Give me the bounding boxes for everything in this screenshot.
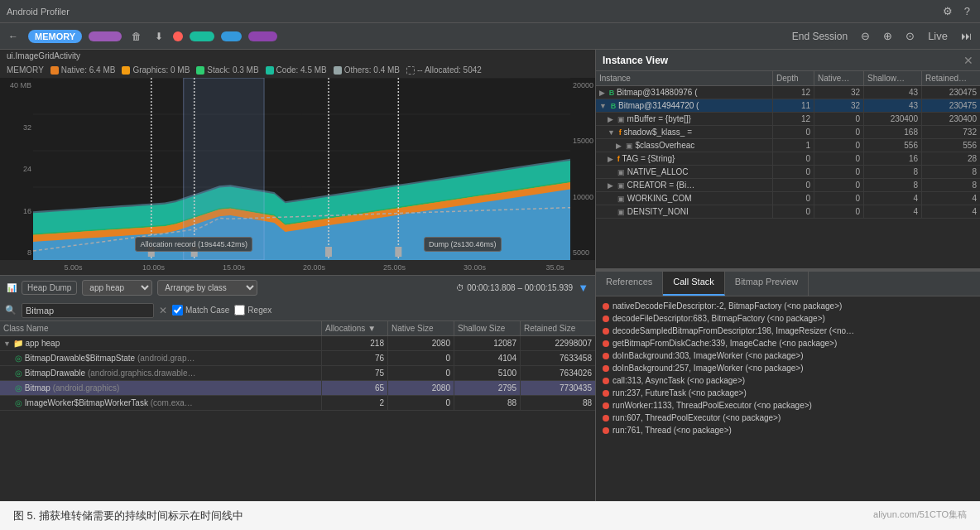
ith-retained[interactable]: Retained… bbox=[922, 71, 980, 85]
save-button[interactable]: ⬇ bbox=[151, 29, 166, 44]
cs-item[interactable]: getBitmapFromDiskCache:339, ImageCache (… bbox=[596, 337, 980, 349]
ith-shallow[interactable]: Shallow… bbox=[864, 71, 922, 85]
depth-cell: 0 bbox=[773, 126, 814, 138]
retained-cell: 556 bbox=[922, 139, 980, 152]
instance-row[interactable]: ▶ ▣ CREATOR = {Bi… 0 0 8 8 bbox=[596, 179, 980, 192]
filter-icon[interactable]: ▼ bbox=[578, 282, 588, 294]
native-cell: 0 bbox=[814, 113, 864, 125]
native-cell: 2080 bbox=[388, 336, 454, 350]
app-title: Android Profiler bbox=[7, 7, 70, 17]
arrange-select[interactable]: Arrange by class Arrange by package Arra… bbox=[157, 280, 257, 296]
plus-icon[interactable]: ⊕ bbox=[880, 28, 896, 44]
heap-icon: 📊 bbox=[7, 283, 17, 292]
field-icon: ▣ bbox=[608, 208, 625, 216]
match-case-checkbox[interactable] bbox=[172, 305, 183, 316]
cs-item[interactable]: runWorker:1133, ThreadPoolExecutor (<no … bbox=[596, 399, 980, 412]
sync-icon[interactable]: ⊙ bbox=[902, 28, 918, 44]
instance-name-cell: ▶ B Bitmap@314880976 ( bbox=[596, 86, 773, 99]
table-header: Class Name Allocations ▼ Native Size Sha… bbox=[0, 321, 595, 336]
chart-container[interactable]: 40 MB 32 24 16 8 20000 15000 10000 5000 … bbox=[0, 78, 595, 260]
instance-row[interactable]: ▼ f shadow$_klass_ = 0 0 168 732 bbox=[596, 126, 980, 139]
field-icon: ▣ bbox=[617, 181, 625, 190]
retained-cell: 8 bbox=[922, 166, 980, 178]
tab-bitmap-preview[interactable]: Bitmap Preview bbox=[725, 272, 809, 296]
cs-item[interactable]: doInBackground:303, ImageWorker (<no pac… bbox=[596, 349, 980, 362]
retained-cell: 7634026 bbox=[521, 366, 595, 380]
cs-item[interactable]: run:237, FutureTask (<no package>) bbox=[596, 387, 980, 399]
regex-checkbox[interactable] bbox=[234, 305, 245, 316]
retained-cell: 230475 bbox=[922, 86, 980, 99]
cs-item[interactable]: run:607, ThreadPoolExecutor (<no package… bbox=[596, 412, 980, 424]
panel-title: Instance View bbox=[603, 55, 668, 66]
native-cell: 0 bbox=[814, 192, 864, 205]
cs-item[interactable]: run:761, Thread (<no package>) bbox=[596, 424, 980, 436]
heap-dump-button[interactable]: Heap Dump bbox=[22, 281, 77, 295]
cs-dot bbox=[603, 353, 609, 359]
depth-cell: 12 bbox=[773, 113, 814, 125]
shallow-cell: 4 bbox=[864, 205, 922, 218]
th-shallow[interactable]: Shallow Size bbox=[454, 321, 521, 335]
cs-dot bbox=[603, 390, 609, 397]
instance-row[interactable]: ▶ ▣ mBuffer = {byte[]} 12 0 230400 23040… bbox=[596, 113, 980, 126]
retained-cell: 732 bbox=[922, 126, 980, 138]
tab-references[interactable]: References bbox=[596, 272, 663, 296]
time-20s: 20.00s bbox=[274, 263, 354, 272]
chart-legend: MEMORY Native: 6.4 MB Graphics: 0 MB Sta… bbox=[0, 62, 595, 78]
help-icon[interactable]: ? bbox=[961, 3, 973, 19]
cs-item[interactable]: doInBackground:257, ImageWorker (<no pac… bbox=[596, 362, 980, 374]
cs-item[interactable]: nativeDecodeFileDescriptor:-2, BitmapFac… bbox=[596, 300, 980, 312]
table-row[interactable]: ▼ 📁 app heap 218 2080 12087 22998007 bbox=[0, 336, 595, 351]
table-row[interactable]: ◎ BitmapDrawable$BitmapState (android.gr… bbox=[0, 351, 595, 366]
end-session-button[interactable]: End Session bbox=[789, 29, 851, 44]
time-5s: 5.00s bbox=[33, 263, 113, 272]
instance-row[interactable]: ▶ f TAG = {String} 0 0 16 28 bbox=[596, 152, 980, 166]
record-dot[interactable] bbox=[173, 31, 183, 41]
instance-row[interactable]: ▣ WORKING_COM 0 0 4 4 bbox=[596, 192, 980, 205]
regex-label[interactable]: Regex bbox=[234, 305, 271, 316]
native-cell: 0 bbox=[814, 126, 864, 138]
native-cell: 32 bbox=[814, 86, 864, 99]
table-row-selected[interactable]: ◎ Bitmap (android.graphics) 65 2080 2795… bbox=[0, 381, 595, 396]
table-row[interactable]: ◎ ImageWorker$BitmapWorkerTask (com.exa…… bbox=[0, 396, 595, 411]
th-retained[interactable]: Retained Size bbox=[521, 321, 595, 335]
field-icon: ▣ bbox=[617, 115, 625, 123]
tab-callstack[interactable]: Call Stack bbox=[663, 272, 725, 296]
cs-item[interactable]: decodeFileDescriptor:683, BitmapFactory … bbox=[596, 312, 980, 325]
instance-row[interactable]: ▶ ▣ $classOverheac 1 0 556 556 bbox=[596, 139, 980, 152]
skip-end-icon[interactable]: ⏭ bbox=[958, 28, 975, 44]
native-cell: 0 bbox=[388, 351, 454, 365]
clear-search-button[interactable]: ✕ bbox=[159, 305, 167, 316]
delete-button[interactable]: 🗑 bbox=[128, 29, 145, 44]
ith-depth[interactable]: Depth bbox=[773, 71, 814, 85]
back-button[interactable]: ← bbox=[5, 29, 22, 44]
instance-row-selected[interactable]: ▼ B Bitmap@314944720 ( 11 32 43 230475 bbox=[596, 99, 980, 113]
match-case-label[interactable]: Match Case bbox=[172, 305, 229, 316]
retained-cell: 4 bbox=[922, 192, 980, 205]
table-row[interactable]: ◎ BitmapDrawable (android.graphics.drawa… bbox=[0, 366, 595, 381]
th-native[interactable]: Native Size bbox=[388, 321, 454, 335]
minus-icon[interactable]: ⊖ bbox=[858, 28, 873, 44]
settings-icon[interactable]: ⚙ bbox=[939, 3, 956, 19]
th-allocations[interactable]: Allocations ▼ bbox=[322, 321, 388, 335]
shallow-cell: 230400 bbox=[864, 113, 922, 125]
ith-instance[interactable]: Instance bbox=[596, 71, 773, 85]
th-classname[interactable]: Class Name bbox=[0, 321, 322, 335]
close-button[interactable]: ✕ bbox=[963, 54, 973, 67]
time-15s: 15.00s bbox=[194, 263, 274, 272]
shallow-cell: 16 bbox=[864, 152, 922, 165]
cs-item[interactable]: decodeSampledBitmapFromDescriptor:198, I… bbox=[596, 325, 980, 337]
legend-native: Native: 6.4 MB bbox=[50, 65, 116, 75]
instance-row[interactable]: ▣ NATIVE_ALLOC 0 0 8 8 bbox=[596, 166, 980, 179]
search-input[interactable] bbox=[22, 303, 154, 318]
instance-row[interactable]: ▣ DENSITY_NONI 0 0 4 4 bbox=[596, 205, 980, 219]
native-cell: 0 bbox=[814, 139, 864, 152]
ith-native[interactable]: Native… bbox=[814, 71, 864, 85]
cs-item[interactable]: call:313, AsyncTask (<no package>) bbox=[596, 374, 980, 387]
instance-row[interactable]: ▶ B Bitmap@314880976 ( 12 32 43 230475 bbox=[596, 86, 980, 99]
instance-rows: ▶ B Bitmap@314880976 ( 12 32 43 230475 ▼… bbox=[596, 86, 980, 268]
instance-name-cell: ▣ WORKING_COM bbox=[596, 192, 773, 205]
expand-icon: ▼ bbox=[608, 128, 615, 137]
heap-select[interactable]: app heap image heap zygote heap bbox=[82, 280, 152, 296]
legend-graphics: Graphics: 0 MB bbox=[122, 65, 190, 75]
class-icon: ◎ bbox=[15, 398, 22, 407]
